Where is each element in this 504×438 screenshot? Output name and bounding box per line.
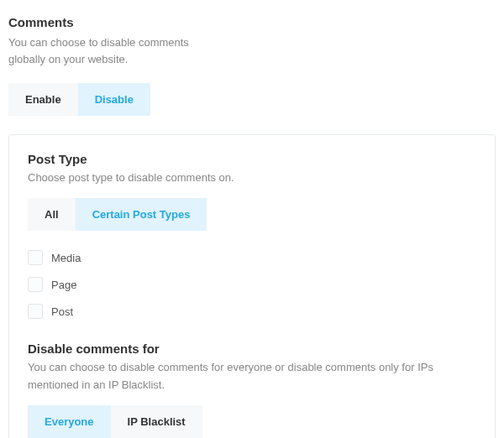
all-tab[interactable]: All	[28, 198, 76, 231]
ip-blacklist-tab[interactable]: IP Blacklist	[111, 405, 202, 438]
everyone-tab[interactable]: Everyone	[28, 405, 111, 438]
post-checkbox[interactable]	[28, 304, 43, 319]
post-label: Post	[51, 305, 73, 318]
enable-tab[interactable]: Enable	[8, 83, 78, 116]
certain-post-types-tab[interactable]: Certain Post Types	[76, 198, 207, 231]
checkbox-row-media: Media	[28, 244, 476, 271]
post-type-checkboxes: Media Page Post	[28, 244, 476, 325]
checkbox-row-page: Page	[28, 271, 476, 298]
page-label: Page	[51, 279, 76, 291]
disable-tab[interactable]: Disable	[78, 83, 150, 116]
checkbox-row-post: Post	[28, 298, 476, 325]
post-type-tabs: All Certain Post Types	[28, 198, 207, 231]
comments-toggle-tabs: Enable Disable	[8, 83, 150, 116]
comments-description: You can choose to disable comments globa…	[8, 34, 227, 68]
media-checkbox[interactable]	[28, 250, 43, 265]
disable-for-description: You can choose to disable comments for e…	[28, 359, 476, 393]
comments-section: Comments You can choose to disable comme…	[8, 15, 496, 438]
disable-for-tabs: Everyone IP Blacklist	[28, 405, 202, 438]
comments-title: Comments	[8, 15, 496, 29]
page-checkbox[interactable]	[28, 277, 43, 292]
disable-for-title: Disable comments for	[28, 342, 476, 356]
media-label: Media	[51, 252, 81, 264]
post-type-title: Post Type	[28, 152, 476, 166]
post-type-description: Choose post type to disable comments on.	[28, 169, 476, 186]
disable-settings-card: Post Type Choose post type to disable co…	[8, 134, 496, 438]
